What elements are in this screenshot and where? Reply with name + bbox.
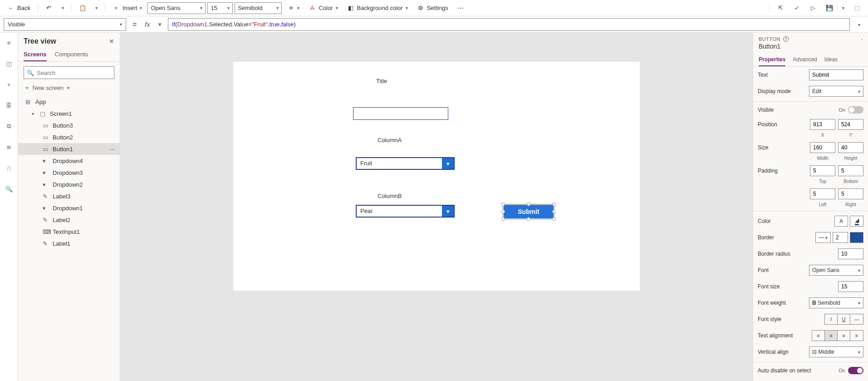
canvas-columna-label[interactable]: ColumnA xyxy=(378,137,402,143)
tab-properties[interactable]: Properties xyxy=(759,54,785,66)
align-menu[interactable]: ≡▾ xyxy=(284,3,303,14)
formula-input[interactable]: If(Dropdown1.Selected.Value="Fruit",true… xyxy=(168,18,850,31)
share-button[interactable]: ⇱ xyxy=(773,3,788,14)
font-color-button[interactable]: A Color ▾ xyxy=(305,3,341,14)
tree-item-button1[interactable]: ▭Button1⋯ xyxy=(18,143,120,155)
canvas-text-input[interactable] xyxy=(353,107,448,120)
font-weight-select[interactable]: Semibold ▾ xyxy=(235,2,282,14)
text-color-button[interactable]: A xyxy=(834,216,848,227)
prop-padleft-input[interactable] xyxy=(810,188,835,199)
save-menu[interactable]: ▾ xyxy=(839,4,848,12)
border-color-swatch[interactable] xyxy=(850,232,863,243)
visible-toggle[interactable] xyxy=(848,106,863,114)
dropdown-a-chevron[interactable]: ▾ xyxy=(442,158,454,169)
prop-padright-input[interactable] xyxy=(838,188,863,199)
back-button[interactable]: ← Back xyxy=(4,3,34,14)
paste-menu[interactable]: ▾ xyxy=(92,4,101,12)
prop-fontweight-select[interactable]: B Semibold▾ xyxy=(809,297,863,308)
prop-displaymode-select[interactable]: Edit▾ xyxy=(809,86,863,97)
tab-advanced[interactable]: Advanced xyxy=(793,54,817,66)
app-checker-button[interactable]: ✓ xyxy=(790,3,804,14)
tree-item-app[interactable]: ⊞App xyxy=(18,96,120,108)
tab-components[interactable]: Components xyxy=(55,48,88,61)
prop-fontsize-input[interactable] xyxy=(838,281,863,292)
resize-handle[interactable] xyxy=(501,217,505,221)
prop-height-input[interactable] xyxy=(838,142,863,153)
settings-button[interactable]: ⚙ Settings xyxy=(413,3,452,14)
tree-item-dropdown1[interactable]: ▾Dropdown1 xyxy=(18,202,120,214)
rail-data-button[interactable]: 🗄 xyxy=(2,98,16,113)
tree-item-button2[interactable]: ▭Button2 xyxy=(18,131,120,143)
tree-item-screen1[interactable]: ▾▢Screen1 xyxy=(18,108,120,119)
rail-tree-button[interactable]: ≡ xyxy=(2,35,16,50)
prop-font-select[interactable]: Open Sans▾ xyxy=(809,265,863,276)
fill-color-button[interactable]: ◢ xyxy=(850,216,863,227)
resize-handle[interactable] xyxy=(501,203,505,206)
border-style-select[interactable]: — ▾ xyxy=(815,232,831,243)
paste-button[interactable]: 📋 xyxy=(75,3,90,14)
more-button[interactable]: ⋯ xyxy=(454,3,468,14)
new-screen-button[interactable]: + New screen ▾ xyxy=(18,82,120,94)
canvas-columnb-label[interactable]: ColumnB xyxy=(378,193,402,199)
search-input[interactable] xyxy=(37,69,113,76)
align-right-button[interactable]: ≡ xyxy=(838,331,850,341)
canvas-title-label[interactable]: Title xyxy=(376,78,387,84)
undo-button[interactable]: ↶ xyxy=(42,3,56,14)
tree-search[interactable]: 🔍 xyxy=(24,66,114,79)
underline-button[interactable]: U xyxy=(838,314,850,324)
resize-handle[interactable] xyxy=(552,203,556,206)
publish-button[interactable]: ⬚ xyxy=(850,3,864,14)
rail-variables-button[interactable]: ⎍ xyxy=(2,161,16,175)
rail-insert-button[interactable]: ◫ xyxy=(2,56,16,71)
border-width-input[interactable] xyxy=(833,232,848,243)
selection-outline[interactable] xyxy=(503,204,554,219)
rail-search-button[interactable]: 🔍 xyxy=(2,182,16,196)
rail-add-button[interactable]: + xyxy=(2,77,16,92)
canvas-dropdown-a[interactable]: Fruit ▾ xyxy=(356,157,455,170)
resize-handle[interactable] xyxy=(527,203,530,206)
prop-radius-input[interactable] xyxy=(838,248,863,259)
resize-handle[interactable] xyxy=(552,217,556,221)
chevron-right-icon[interactable]: › xyxy=(861,37,863,42)
italic-button[interactable]: I xyxy=(825,314,838,324)
font-size-select[interactable]: 15 ▾ xyxy=(207,2,233,14)
strike-button[interactable]: — xyxy=(850,314,863,324)
tree-item-label3[interactable]: ✎Label3 xyxy=(18,190,120,202)
tree-item-dropdown2[interactable]: ▾Dropdown2 xyxy=(18,178,120,190)
chevron-down-icon[interactable]: ▾ xyxy=(156,21,164,28)
tab-screens[interactable]: Screens xyxy=(24,48,47,61)
prop-x-input[interactable] xyxy=(810,119,835,130)
tree-item-button3[interactable]: ▭Button3 xyxy=(18,119,120,131)
expand-formula-button[interactable]: ▾ xyxy=(853,21,864,28)
prop-y-input[interactable] xyxy=(838,119,863,130)
rail-media-button[interactable]: ⧉ xyxy=(2,119,16,134)
tree-item-textinput1[interactable]: ⌨TextInput1 xyxy=(18,226,120,238)
close-panel-button[interactable]: ✕ xyxy=(109,38,114,45)
tree-item-dropdown4[interactable]: ▾Dropdown4 xyxy=(18,155,120,167)
rail-flow-button[interactable]: ≋ xyxy=(2,140,16,154)
autodisable-toggle[interactable] xyxy=(848,367,863,374)
prop-text-input[interactable] xyxy=(809,69,863,80)
tab-ideas[interactable]: Ideas xyxy=(824,54,838,66)
prop-padbottom-input[interactable] xyxy=(838,165,863,176)
info-icon[interactable]: ? xyxy=(783,36,789,42)
align-center-button[interactable]: ≡ xyxy=(825,331,838,341)
canvas-dropdown-b[interactable]: Pear ▾ xyxy=(356,205,455,218)
undo-menu[interactable]: ▾ xyxy=(58,4,68,12)
align-left-button[interactable]: ≡ xyxy=(812,331,825,341)
expand-icon[interactable]: ▾ xyxy=(32,111,36,116)
dropdown-b-chevron[interactable]: ▾ xyxy=(442,206,454,217)
align-justify-button[interactable]: ≡ xyxy=(850,331,863,341)
bg-color-button[interactable]: ◧ Background color ▾ xyxy=(343,3,412,14)
resize-handle[interactable] xyxy=(552,210,556,213)
tree-item-label2[interactable]: ✎Label2 xyxy=(18,214,120,226)
property-select[interactable]: Visible ▾ xyxy=(4,18,126,31)
canvas-area[interactable]: Title ColumnA Fruit ▾ ColumnB Pear ▾ Sub… xyxy=(120,33,753,381)
more-icon[interactable]: ⋯ xyxy=(109,146,115,153)
prop-width-input[interactable] xyxy=(810,142,835,153)
insert-button[interactable]: + Insert ▾ xyxy=(109,3,146,14)
preview-button[interactable]: ▷ xyxy=(806,3,820,14)
resize-handle[interactable] xyxy=(501,210,505,213)
font-family-select[interactable]: Open Sans ▾ xyxy=(147,2,206,14)
save-button[interactable]: 💾 xyxy=(822,3,837,14)
